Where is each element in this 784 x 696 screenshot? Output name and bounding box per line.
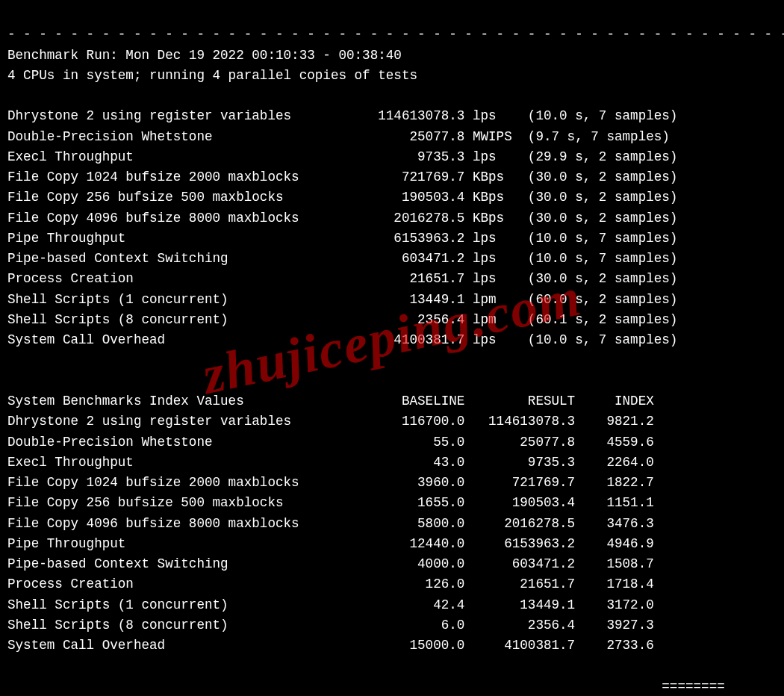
result-row: System Call Overhead 4100381.7 lps (10.0… (7, 332, 677, 347)
index-row: Dhrystone 2 using register variables 116… (7, 414, 654, 429)
index-row: System Call Overhead 15000.0 4100381.7 2… (7, 638, 654, 653)
result-row: File Copy 1024 bufsize 2000 maxblocks 72… (7, 170, 677, 184)
score-divider: ======== (7, 679, 725, 694)
results-block: Dhrystone 2 using register variables 114… (7, 106, 777, 350)
index-row: Shell Scripts (1 concurrent) 42.4 13449.… (7, 597, 654, 612)
blank-line (7, 88, 16, 103)
result-row: Execl Throughput 9735.3 lps (29.9 s, 2 s… (7, 149, 677, 164)
blank-line (7, 373, 16, 388)
index-block: Dhrystone 2 using register variables 116… (7, 411, 777, 656)
index-row: Process Creation 126.0 21651.7 1718.4 (7, 577, 654, 591)
benchmark-run-line: Benchmark Run: Mon Dec 19 2022 00:10:33 … (7, 48, 402, 63)
terminal-output: - - - - - - - - - - - - - - - - - - - - … (0, 0, 784, 696)
result-row: Process Creation 21651.7 lps (30.0 s, 2 … (7, 271, 677, 286)
index-row: Pipe Throughput 12440.0 6153963.2 4946.9 (7, 536, 654, 551)
result-row: Pipe-based Context Switching 603471.2 lp… (7, 251, 677, 266)
result-row: Shell Scripts (8 concurrent) 2356.4 lpm … (7, 312, 677, 327)
index-row: File Copy 256 bufsize 500 maxblocks 1655… (7, 495, 654, 510)
cpu-line: 4 CPUs in system; running 4 parallel cop… (7, 68, 417, 83)
result-row: Shell Scripts (1 concurrent) 13449.1 lpm… (7, 292, 677, 307)
index-row: Pipe-based Context Switching 4000.0 6034… (7, 556, 654, 571)
result-row: Dhrystone 2 using register variables 114… (7, 108, 677, 123)
divider-line: - - - - - - - - - - - - - - - - - - - - … (7, 27, 784, 42)
result-row: Double-Precision Whetstone 25077.8 MWIPS… (7, 129, 670, 144)
result-row: Pipe Throughput 6153963.2 lps (10.0 s, 7… (7, 231, 677, 246)
index-row: File Copy 1024 bufsize 2000 maxblocks 39… (7, 475, 654, 490)
result-row: File Copy 256 bufsize 500 maxblocks 1905… (7, 190, 677, 205)
result-row: File Copy 4096 bufsize 8000 maxblocks 20… (7, 211, 677, 226)
index-row: Execl Throughput 43.0 9735.3 2264.0 (7, 455, 654, 470)
index-row: Double-Precision Whetstone 55.0 25077.8 … (7, 435, 654, 450)
index-header-line: System Benchmarks Index Values BASELINE … (7, 394, 654, 408)
index-row: Shell Scripts (8 concurrent) 6.0 2356.4 … (7, 618, 654, 633)
index-row: File Copy 4096 bufsize 8000 maxblocks 58… (7, 516, 654, 531)
